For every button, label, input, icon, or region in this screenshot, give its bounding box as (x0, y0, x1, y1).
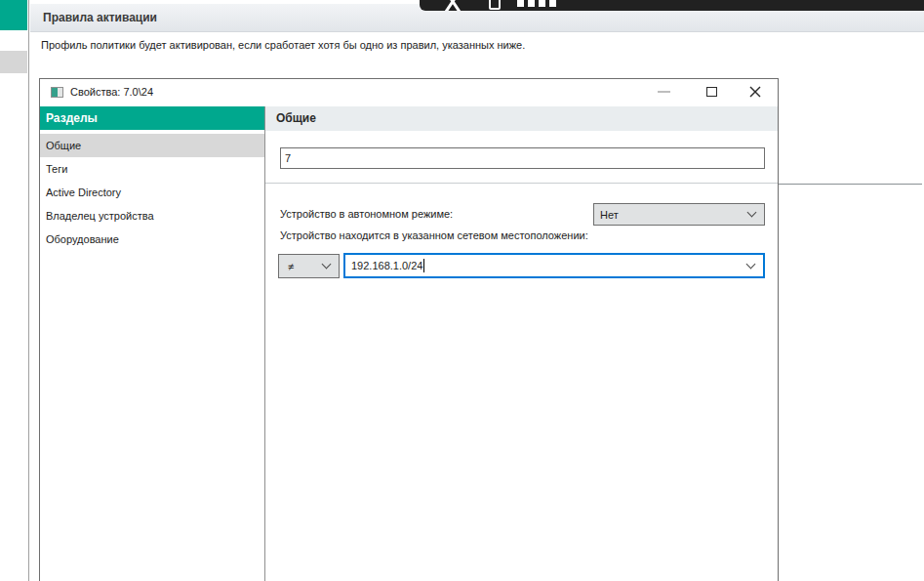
sections-list: Общие Теги Active Directory Владелец уст… (40, 134, 264, 251)
minimize-button[interactable] (651, 81, 676, 103)
sidebar-item-general[interactable]: Общие (40, 134, 264, 157)
x-icon[interactable] (442, 0, 463, 11)
network-operator-select[interactable]: ≠ (278, 254, 340, 278)
clipboard-icon[interactable] (489, 0, 501, 10)
rail-gray-block (0, 51, 27, 73)
dialog-title: Свойства: 7.0\24 (70, 86, 153, 98)
maximize-icon (706, 87, 717, 97)
sidebar-item-tags[interactable]: Теги (40, 157, 264, 181)
offline-mode-select[interactable]: Нет (593, 203, 765, 226)
divider (264, 106, 265, 581)
left-rail (0, 0, 29, 581)
network-location-value: 192.168.1.0/24 (351, 260, 422, 271)
main-panel-title: Общие (265, 106, 778, 131)
network-location-combobox[interactable]: 192.168.1.0/24 (343, 253, 765, 278)
minimize-icon (658, 91, 670, 93)
chart-bars-icon[interactable] (517, 0, 556, 8)
rule-name-input[interactable] (280, 147, 765, 169)
sidebar-item-device-owner[interactable]: Владелец устройства (40, 204, 264, 228)
close-icon (749, 86, 761, 98)
separator (779, 184, 922, 185)
properties-window-icon (51, 87, 63, 98)
top-toolbar-fragment (420, 0, 924, 11)
network-location-label: Устройство находится в указанном сетевом… (280, 227, 588, 244)
text-caret (423, 259, 424, 272)
offline-mode-label: Устройство в автономном режиме: (280, 203, 453, 225)
sections-header: Разделы (40, 106, 264, 130)
page-description: Профиль политики будет активирован, если… (30, 39, 908, 57)
close-button[interactable] (743, 81, 768, 103)
sidebar-item-hardware[interactable]: Оборудование (40, 228, 264, 251)
chevron-down-icon (747, 208, 757, 218)
offline-mode-value: Нет (600, 209, 619, 221)
network-operator-value: ≠ (288, 261, 294, 272)
chevron-down-icon (746, 259, 756, 269)
properties-dialog: Свойства: 7.0\24 Разделы Общие Теги Acti… (39, 78, 779, 581)
dialog-titlebar[interactable]: Свойства: 7.0\24 (40, 79, 778, 106)
rail-accent-block (0, 0, 27, 30)
sidebar-item-active-directory[interactable]: Active Directory (40, 181, 264, 204)
chevron-down-icon (322, 260, 332, 270)
separator (265, 183, 778, 184)
maximize-button[interactable] (699, 81, 724, 103)
